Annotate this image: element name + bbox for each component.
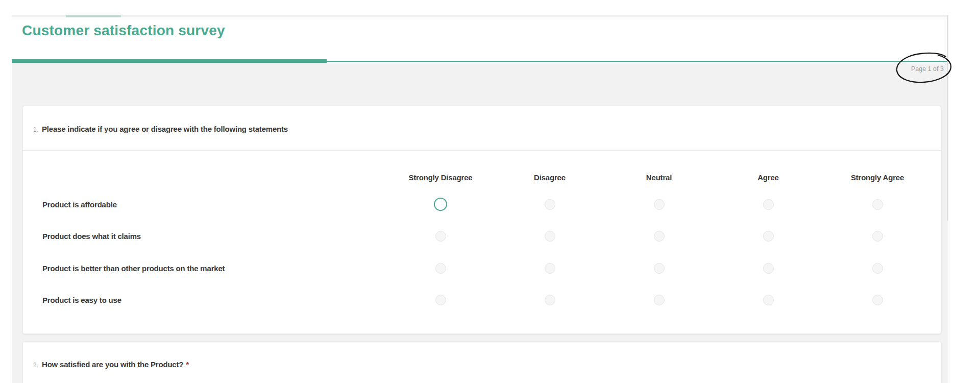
active-tab-indicator[interactable]: [66, 15, 121, 17]
question-text: How satisfied are you with the Product?*: [42, 360, 189, 369]
top-tab-strip: [12, 15, 948, 17]
matrix-radio[interactable]: [545, 295, 555, 305]
scrollbar-thumb[interactable]: [947, 15, 948, 221]
matrix-radio[interactable]: [763, 263, 774, 274]
question-card-1: 1. Please indicate if you agree or disag…: [22, 106, 941, 334]
matrix-radio[interactable]: [654, 231, 665, 242]
survey-page: Customer satisfaction survey Page 1 of 3…: [0, 0, 980, 383]
question-number: 1.: [33, 125, 38, 133]
row-label: Product is affordable: [23, 200, 386, 209]
matrix-row: Product is easy to use: [23, 284, 941, 317]
matrix-radio[interactable]: [872, 199, 883, 210]
matrix-radio[interactable]: [545, 263, 555, 274]
row-label: Product does what it claims: [23, 232, 386, 241]
matrix-radio[interactable]: [435, 295, 446, 305]
column-header-strongly-disagree: Strongly Disagree: [386, 173, 495, 182]
column-header-agree: Agree: [714, 173, 823, 182]
matrix-radio[interactable]: [872, 231, 883, 242]
question-text-body: How satisfied are you with the Product?: [42, 360, 183, 369]
hand-drawn-circle-annotation: [893, 51, 955, 86]
row-label: Product is easy to use: [23, 296, 386, 304]
matrix-row: Product is affordable: [23, 188, 941, 221]
required-asterisk: *: [186, 360, 189, 369]
question-text: Please indicate if you agree or disagree…: [42, 125, 288, 134]
matrix-radio[interactable]: [763, 295, 774, 305]
matrix-radio[interactable]: [872, 295, 883, 305]
column-header-strongly-agree: Strongly Agree: [823, 173, 932, 182]
question-2-header: 2. How satisfied are you with the Produc…: [23, 342, 941, 369]
row-label: Product is better than other products on…: [23, 264, 386, 273]
matrix-radio[interactable]: [545, 199, 555, 210]
matrix-radio[interactable]: [435, 231, 446, 242]
column-header-disagree: Disagree: [495, 173, 604, 182]
matrix-row: Product does what it claims: [23, 221, 941, 253]
matrix-radio[interactable]: [654, 295, 665, 305]
matrix-radio[interactable]: [654, 263, 665, 274]
column-header-neutral: Neutral: [604, 173, 714, 182]
question-number: 2.: [33, 360, 38, 369]
matrix-header-row: Strongly Disagree Disagree Neutral Agree…: [23, 151, 941, 188]
matrix-radio[interactable]: [435, 263, 446, 274]
matrix-radio[interactable]: [545, 231, 555, 242]
question-card-2: 2. How satisfied are you with the Produc…: [22, 341, 941, 383]
question-1-header: 1. Please indicate if you agree or disag…: [23, 106, 941, 134]
matrix-radio-highlighted[interactable]: [434, 198, 447, 211]
matrix-row: Product is better than other products on…: [23, 252, 941, 284]
matrix-radio[interactable]: [872, 263, 883, 274]
matrix-radio[interactable]: [763, 231, 774, 242]
likert-matrix: Strongly Disagree Disagree Neutral Agree…: [23, 151, 941, 333]
matrix-radio[interactable]: [763, 199, 774, 210]
progress-bar-fill: [12, 59, 327, 63]
matrix-radio[interactable]: [654, 199, 665, 210]
survey-title: Customer satisfaction survey: [22, 22, 225, 39]
